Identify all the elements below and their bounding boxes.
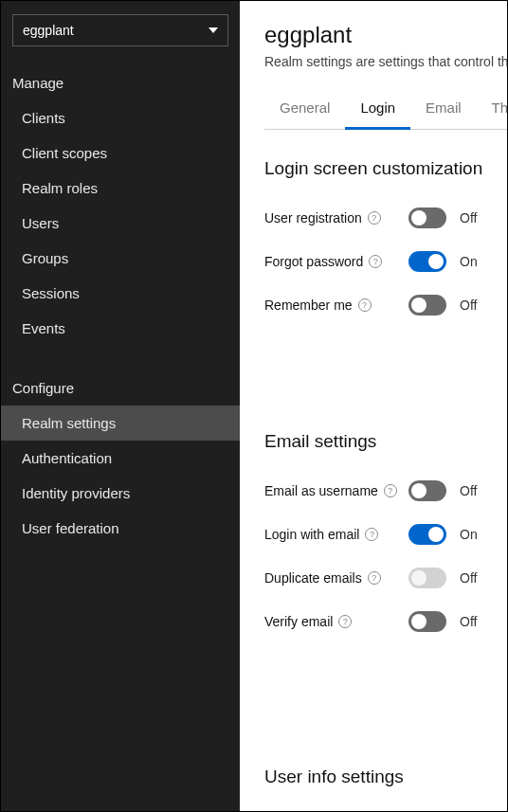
page-description: Realm settings are settings that control… bbox=[264, 54, 507, 69]
sidebar-item-label: Groups bbox=[22, 250, 68, 266]
section-title: Login screen customization bbox=[264, 158, 507, 179]
form-label: Forgot password bbox=[264, 254, 363, 269]
help-icon[interactable]: ? bbox=[338, 615, 352, 628]
sidebar-item-label: Realm roles bbox=[22, 180, 98, 196]
sidebar-item-authentication[interactable]: Authentication bbox=[1, 441, 240, 476]
sidebar-item-groups[interactable]: Groups bbox=[1, 241, 240, 276]
realm-selector[interactable]: eggplant bbox=[12, 14, 228, 46]
row-remember-me: Remember me ? Off bbox=[264, 283, 507, 327]
toggle-remember-me[interactable] bbox=[408, 295, 446, 316]
sidebar-section-configure: Configure bbox=[1, 369, 240, 406]
section-login-customization: Login screen customization User registra… bbox=[264, 158, 507, 327]
form-label: Email as username bbox=[264, 483, 378, 498]
sidebar: eggplant Manage Clients Client scopes Re… bbox=[1, 1, 240, 811]
sidebar-item-label: Events bbox=[22, 320, 65, 336]
toggle-email-as-username[interactable] bbox=[408, 480, 446, 501]
toggle-user-registration[interactable] bbox=[408, 208, 446, 228]
tab-label: Th bbox=[492, 99, 507, 116]
sidebar-item-label: Client scopes bbox=[22, 145, 107, 161]
sidebar-item-realm-settings[interactable]: Realm settings bbox=[1, 406, 240, 441]
sidebar-item-label: Realm settings bbox=[22, 415, 116, 431]
form-label: Duplicate emails bbox=[264, 570, 362, 586]
form-label: Login with email bbox=[264, 527, 359, 542]
sidebar-item-identity-providers[interactable]: Identity providers bbox=[1, 476, 240, 511]
sidebar-item-label: Authentication bbox=[22, 450, 112, 466]
toggle-state: Off bbox=[460, 483, 486, 498]
row-login-with-email: Login with email ? On bbox=[264, 513, 507, 556]
tab-login[interactable]: Login bbox=[345, 90, 410, 130]
tab-general[interactable]: General bbox=[264, 90, 345, 129]
page-title: eggplant bbox=[264, 22, 507, 48]
realm-selector-label: eggplant bbox=[23, 23, 74, 38]
sidebar-item-client-scopes[interactable]: Client scopes bbox=[1, 135, 240, 171]
tab-label: Email bbox=[426, 99, 462, 116]
tabs: General Login Email Th bbox=[264, 90, 507, 130]
sidebar-item-user-federation[interactable]: User federation bbox=[1, 511, 240, 546]
section-user-info-settings: User info settings Edit username ? Off bbox=[264, 767, 507, 811]
section-title: Email settings bbox=[264, 431, 507, 452]
help-icon[interactable]: ? bbox=[358, 298, 372, 312]
sidebar-item-sessions[interactable]: Sessions bbox=[1, 276, 240, 311]
tab-email[interactable]: Email bbox=[410, 90, 477, 129]
toggle-state: Off bbox=[460, 298, 486, 313]
row-forgot-password: Forgot password ? On bbox=[264, 240, 507, 283]
toggle-forgot-password[interactable] bbox=[408, 251, 446, 272]
help-icon[interactable]: ? bbox=[368, 211, 381, 225]
sidebar-item-label: Identity providers bbox=[22, 485, 130, 501]
form-label: Verify email bbox=[264, 614, 333, 629]
sidebar-item-label: Clients bbox=[22, 110, 65, 126]
sidebar-item-clients[interactable]: Clients bbox=[1, 100, 240, 135]
sidebar-item-label: Sessions bbox=[22, 285, 80, 301]
toggle-login-with-email[interactable] bbox=[408, 524, 446, 545]
toggle-state: Off bbox=[460, 570, 486, 586]
toggle-state: On bbox=[460, 527, 486, 542]
section-title: User info settings bbox=[264, 767, 507, 787]
sidebar-section-manage: Manage bbox=[1, 63, 240, 100]
caret-down-icon bbox=[209, 27, 218, 33]
help-icon[interactable]: ? bbox=[369, 255, 382, 268]
row-edit-username: Edit username ? Off bbox=[264, 804, 507, 811]
form-label: User registration bbox=[264, 210, 362, 226]
main-content: eggplant Realm settings are settings tha… bbox=[240, 1, 507, 811]
toggle-state: On bbox=[460, 254, 486, 269]
sidebar-item-label: Users bbox=[22, 215, 59, 231]
tab-label: Login bbox=[360, 99, 395, 116]
sidebar-item-realm-roles[interactable]: Realm roles bbox=[1, 171, 240, 206]
toggle-duplicate-emails bbox=[408, 568, 446, 588]
row-duplicate-emails: Duplicate emails ? Off bbox=[264, 556, 507, 600]
toggle-verify-email[interactable] bbox=[408, 611, 446, 632]
row-verify-email: Verify email ? Off bbox=[264, 600, 507, 643]
tab-label: General bbox=[280, 99, 330, 116]
form-label: Remember me bbox=[264, 298, 353, 313]
help-icon[interactable]: ? bbox=[365, 528, 378, 541]
help-icon[interactable]: ? bbox=[384, 484, 397, 497]
sidebar-item-events[interactable]: Events bbox=[1, 311, 240, 346]
toggle-state: Off bbox=[460, 614, 486, 629]
section-email-settings: Email settings Email as username ? Off L… bbox=[264, 431, 507, 643]
sidebar-item-users[interactable]: Users bbox=[1, 206, 240, 241]
toggle-state: Off bbox=[460, 210, 486, 226]
row-email-as-username: Email as username ? Off bbox=[264, 469, 507, 513]
help-icon[interactable]: ? bbox=[368, 571, 381, 585]
sidebar-item-label: User federation bbox=[22, 520, 119, 536]
tab-themes[interactable]: Th bbox=[477, 90, 507, 129]
row-user-registration: User registration ? Off bbox=[264, 196, 507, 240]
